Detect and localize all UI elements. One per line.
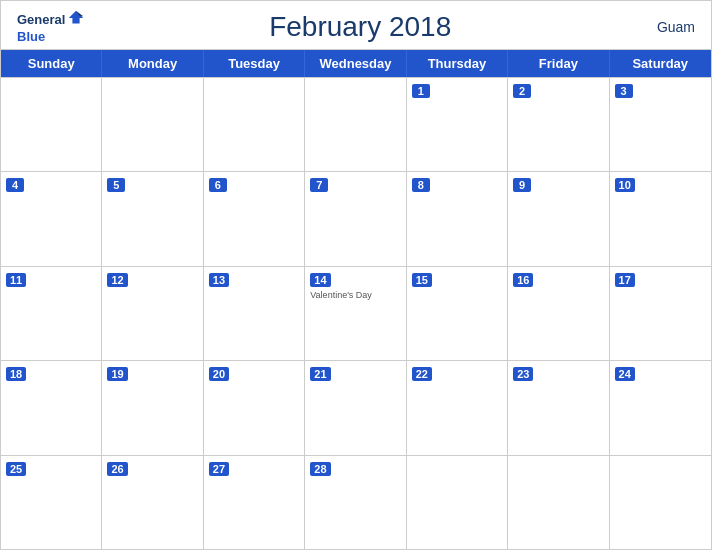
day-number: 8 <box>412 178 430 192</box>
day-number: 24 <box>615 367 635 381</box>
day-cell: 18 <box>1 361 102 454</box>
day-cell: 12 <box>102 267 203 360</box>
svg-marker-0 <box>69 11 83 24</box>
event-label: Valentine's Day <box>310 290 400 300</box>
day-number: 9 <box>513 178 531 192</box>
day-cell <box>1 78 102 171</box>
day-number: 16 <box>513 273 533 287</box>
day-cell <box>102 78 203 171</box>
day-number: 14 <box>310 273 330 287</box>
day-number: 21 <box>310 367 330 381</box>
region-label: Guam <box>635 19 695 35</box>
day-number: 12 <box>107 273 127 287</box>
day-number: 25 <box>6 462 26 476</box>
week-row-0: 123 <box>1 77 711 171</box>
day-number: 4 <box>6 178 24 192</box>
day-cell: 7 <box>305 172 406 265</box>
week-row-3: 18192021222324 <box>1 360 711 454</box>
day-cell: 9 <box>508 172 609 265</box>
day-cell: 27 <box>204 456 305 549</box>
day-number: 13 <box>209 273 229 287</box>
week-row-2: 11121314Valentine's Day151617 <box>1 266 711 360</box>
day-number: 7 <box>310 178 328 192</box>
day-cell: 8 <box>407 172 508 265</box>
day-header-sunday: Sunday <box>1 50 102 77</box>
day-cell <box>407 456 508 549</box>
logo-bird-icon <box>67 9 85 27</box>
day-cell <box>305 78 406 171</box>
day-number: 20 <box>209 367 229 381</box>
logo: General Blue <box>17 9 85 45</box>
calendar: General Blue February 2018 Guam SundayMo… <box>0 0 712 550</box>
day-number: 11 <box>6 273 26 287</box>
day-cell: 2 <box>508 78 609 171</box>
day-header-thursday: Thursday <box>407 50 508 77</box>
day-cell: 3 <box>610 78 711 171</box>
day-cell <box>508 456 609 549</box>
day-cell: 19 <box>102 361 203 454</box>
day-cell: 13 <box>204 267 305 360</box>
day-cell: 14Valentine's Day <box>305 267 406 360</box>
week-row-1: 45678910 <box>1 171 711 265</box>
week-row-4: 25262728 <box>1 455 711 549</box>
day-cell <box>610 456 711 549</box>
day-number: 28 <box>310 462 330 476</box>
day-cell <box>204 78 305 171</box>
day-number: 15 <box>412 273 432 287</box>
calendar-grid: SundayMondayTuesdayWednesdayThursdayFrid… <box>1 49 711 549</box>
calendar-header: General Blue February 2018 Guam <box>1 1 711 49</box>
day-cell: 10 <box>610 172 711 265</box>
day-cell: 4 <box>1 172 102 265</box>
day-cell: 25 <box>1 456 102 549</box>
day-header-wednesday: Wednesday <box>305 50 406 77</box>
logo-general-text: General <box>17 12 65 27</box>
day-cell: 24 <box>610 361 711 454</box>
day-number: 19 <box>107 367 127 381</box>
day-cell: 5 <box>102 172 203 265</box>
day-number: 27 <box>209 462 229 476</box>
day-header-saturday: Saturday <box>610 50 711 77</box>
day-number: 23 <box>513 367 533 381</box>
calendar-title: February 2018 <box>85 11 635 43</box>
day-number: 10 <box>615 178 635 192</box>
day-number: 22 <box>412 367 432 381</box>
day-number: 26 <box>107 462 127 476</box>
day-cell: 28 <box>305 456 406 549</box>
day-header-friday: Friday <box>508 50 609 77</box>
day-number: 17 <box>615 273 635 287</box>
day-number: 1 <box>412 84 430 98</box>
day-cell: 11 <box>1 267 102 360</box>
day-cell: 23 <box>508 361 609 454</box>
day-cell: 6 <box>204 172 305 265</box>
day-cell: 17 <box>610 267 711 360</box>
day-cell: 16 <box>508 267 609 360</box>
day-number: 18 <box>6 367 26 381</box>
day-header-tuesday: Tuesday <box>204 50 305 77</box>
day-header-monday: Monday <box>102 50 203 77</box>
day-cell: 20 <box>204 361 305 454</box>
day-cell: 1 <box>407 78 508 171</box>
day-headers: SundayMondayTuesdayWednesdayThursdayFrid… <box>1 50 711 77</box>
day-number: 2 <box>513 84 531 98</box>
day-cell: 22 <box>407 361 508 454</box>
day-cell: 26 <box>102 456 203 549</box>
day-cell: 21 <box>305 361 406 454</box>
day-cell: 15 <box>407 267 508 360</box>
day-number: 6 <box>209 178 227 192</box>
day-number: 3 <box>615 84 633 98</box>
weeks: 1234567891011121314Valentine's Day151617… <box>1 77 711 549</box>
day-number: 5 <box>107 178 125 192</box>
logo-blue-text: Blue <box>17 29 45 44</box>
